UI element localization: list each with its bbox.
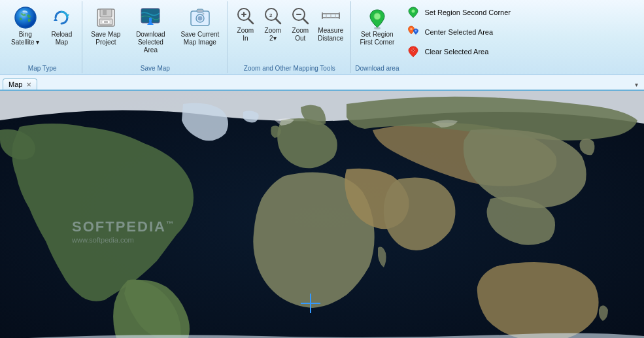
svg-point-16 xyxy=(202,13,204,15)
reload-map-label: ReloadMap xyxy=(52,31,73,46)
bing-satellite-icon xyxy=(14,6,37,29)
svg-point-37 xyxy=(415,30,417,32)
tab-bar: Map ✕ ▾ xyxy=(0,75,644,91)
set-region-second-corner-item[interactable]: Set Region Second Corner xyxy=(401,3,515,22)
zoom-2-icon: 2 xyxy=(263,6,282,25)
center-selected-area-label: Center Selected Area xyxy=(424,28,493,36)
svg-line-26 xyxy=(303,19,308,24)
download-area-group: Set RegionFirst Corner Download area Set… xyxy=(351,1,519,73)
set-region-first-corner-label: Set RegionFirst Corner xyxy=(360,31,394,46)
set-region-second-corner-icon xyxy=(406,5,420,20)
svg-line-20 xyxy=(248,19,253,24)
measure-distance-label: MeasureDistance xyxy=(318,27,343,42)
svg-marker-1 xyxy=(54,18,58,21)
set-region-second-corner-label: Set Region Second Corner xyxy=(424,8,510,16)
set-region-first-corner-button[interactable]: Set RegionFirst Corner xyxy=(355,3,399,48)
zoom-in-label: ZoomIn xyxy=(237,27,254,42)
set-region-icon xyxy=(365,6,389,29)
clear-selected-area-icon xyxy=(406,44,420,59)
zoom-in-icon xyxy=(235,6,255,25)
map-type-group: BingSatellite ▾ ReloadMap Map Type xyxy=(3,1,82,73)
zoom-2-label: Zoom2▾ xyxy=(265,27,282,42)
map-tab-label: Map xyxy=(8,80,22,88)
save-map-buttons: Save MapProject DownloadSelected Area xyxy=(86,3,224,63)
zoom-out-label: ZoomOut xyxy=(292,27,309,42)
svg-text:2: 2 xyxy=(269,12,273,18)
save-map-project-label: Save MapProject xyxy=(91,31,120,46)
svg-point-15 xyxy=(197,16,202,21)
zoom-out-icon xyxy=(290,6,310,25)
clear-selected-area-label: Clear Selected Area xyxy=(424,48,488,56)
save-map-label: Save Map xyxy=(86,63,224,73)
download-selected-area-button[interactable]: DownloadSelected Area xyxy=(126,3,175,56)
save-map-project-button[interactable]: Save MapProject xyxy=(86,3,125,48)
zoom-out-button[interactable]: ZoomOut xyxy=(287,3,313,44)
save-current-map-label: Save CurrentMap Image xyxy=(180,31,219,46)
save-map-group: Save MapProject DownloadSelected Area xyxy=(82,1,228,73)
toolbar: BingSatellite ▾ ReloadMap Map Type xyxy=(0,0,644,75)
save-current-map-icon xyxy=(188,6,212,29)
download-selected-area-icon xyxy=(139,6,162,29)
zoom-buttons: ZoomIn 2 Zoom2▾ xyxy=(232,3,347,63)
save-current-map-button[interactable]: Save CurrentMap Image xyxy=(176,3,224,48)
svg-point-35 xyxy=(412,10,415,13)
zoom-in-button[interactable]: ZoomIn xyxy=(232,3,258,44)
map-tab-close[interactable]: ✕ xyxy=(26,81,31,88)
reload-map-button[interactable]: ReloadMap xyxy=(45,3,78,48)
map-type-buttons: BingSatellite ▾ ReloadMap xyxy=(7,3,78,63)
svg-point-0 xyxy=(15,7,36,28)
save-map-project-icon xyxy=(94,6,118,29)
bing-satellite-label: BingSatellite ▾ xyxy=(11,31,39,46)
svg-point-36 xyxy=(411,28,413,31)
svg-rect-13 xyxy=(197,9,203,12)
clear-selected-area-item[interactable]: Clear Selected Area xyxy=(401,42,515,61)
zoom-2-button[interactable]: 2 Zoom2▾ xyxy=(260,3,286,44)
tab-dropdown-button[interactable]: ▾ xyxy=(631,79,641,90)
svg-rect-5 xyxy=(103,10,107,15)
map-type-label: Map Type xyxy=(7,63,78,73)
zoom-tools-label: Zoom and Other Mapping Tools xyxy=(232,63,347,73)
svg-marker-2 xyxy=(65,14,69,18)
download-selected-area-label: DownloadSelected Area xyxy=(131,31,170,54)
bing-satellite-button[interactable]: BingSatellite ▾ xyxy=(7,3,44,48)
center-selected-area-icon xyxy=(406,25,420,39)
download-area-items: Set Region Second Corner Center Selected… xyxy=(401,3,515,73)
world-map-svg xyxy=(0,91,644,338)
svg-line-23 xyxy=(276,19,280,24)
measure-distance-icon xyxy=(321,6,341,25)
map-tab[interactable]: Map ✕ xyxy=(3,78,37,90)
zoom-tools-group: ZoomIn 2 Zoom2▾ xyxy=(228,1,351,73)
reload-map-icon xyxy=(50,6,73,29)
map-area[interactable]: SOFTPEDIA™ www.softpedia.com xyxy=(0,91,644,338)
svg-rect-8 xyxy=(104,21,108,23)
svg-rect-11 xyxy=(149,18,152,22)
measure-distance-button[interactable]: MeasureDistance xyxy=(314,3,347,44)
download-area-label: Download area xyxy=(355,63,399,73)
svg-point-34 xyxy=(374,13,381,20)
center-selected-area-item[interactable]: Center Selected Area xyxy=(401,22,515,42)
